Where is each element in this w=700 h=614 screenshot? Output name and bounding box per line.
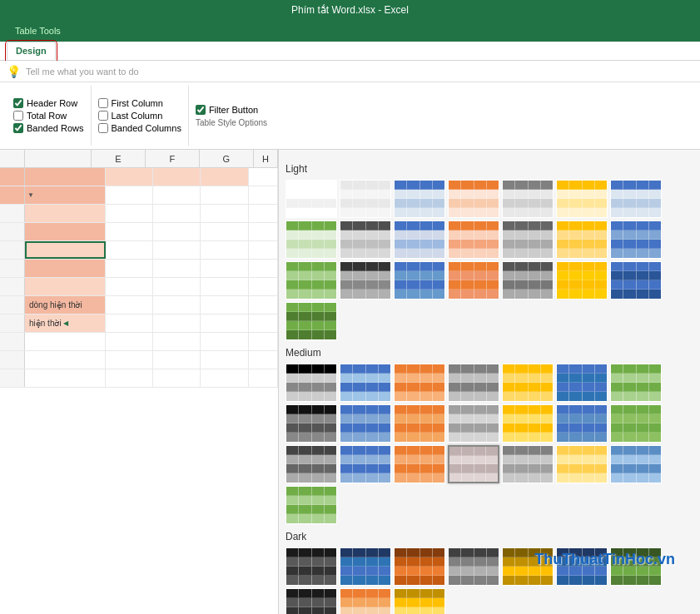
- cell-g1[interactable]: [201, 168, 248, 186]
- table-style-swatch[interactable]: [610, 220, 662, 259]
- table-style-swatch[interactable]: [394, 445, 445, 483]
- cell-g7[interactable]: [201, 278, 248, 295]
- cell-a3[interactable]: [25, 205, 106, 222]
- cell-g11[interactable]: [201, 351, 248, 369]
- last-column-option[interactable]: Last Column: [98, 111, 181, 121]
- cell-a1[interactable]: [25, 168, 106, 186]
- cell-g12[interactable]: [201, 369, 248, 387]
- table-style-swatch[interactable]: [340, 220, 391, 259]
- table-style-swatch[interactable]: [502, 180, 554, 218]
- table-style-swatch[interactable]: [610, 261, 662, 300]
- table-style-swatch[interactable]: [610, 547, 662, 586]
- first-column-option[interactable]: First Column: [98, 98, 181, 108]
- table-style-swatch[interactable]: [448, 445, 499, 483]
- table-style-swatch[interactable]: [285, 261, 337, 300]
- table-style-swatch[interactable]: [448, 220, 499, 259]
- cell-f2[interactable]: [153, 186, 201, 204]
- total-row-option[interactable]: Total Row: [13, 111, 84, 121]
- cell-g4[interactable]: [201, 223, 248, 240]
- tell-me-text[interactable]: Tell me what you want to do: [26, 67, 139, 77]
- table-style-swatch[interactable]: [610, 445, 662, 483]
- cell-g2[interactable]: [201, 186, 248, 204]
- table-style-swatch[interactable]: [285, 588, 337, 614]
- table-style-swatch[interactable]: [556, 445, 608, 483]
- table-style-swatch[interactable]: [610, 404, 662, 443]
- table-style-swatch[interactable]: [610, 364, 662, 402]
- banded-columns-option[interactable]: Banded Columns: [98, 123, 181, 133]
- cell-a9[interactable]: hiện thời ◀: [25, 314, 106, 332]
- cell-h9[interactable]: [249, 314, 278, 332]
- cell-a2[interactable]: ▼: [25, 186, 106, 204]
- cell-e7[interactable]: [106, 278, 153, 295]
- table-style-swatch[interactable]: [285, 486, 337, 524]
- cell-a6[interactable]: [25, 260, 106, 277]
- cell-g10[interactable]: [201, 333, 248, 350]
- table-style-swatch[interactable]: [556, 547, 608, 586]
- cell-e2[interactable]: [106, 186, 153, 204]
- table-style-swatch[interactable]: [285, 302, 337, 340]
- banded-columns-checkbox[interactable]: [98, 123, 108, 133]
- table-style-swatch[interactable]: [340, 364, 391, 402]
- cell-g9[interactable]: [201, 314, 248, 332]
- cell-a10[interactable]: [25, 333, 106, 350]
- table-style-swatch[interactable]: [502, 547, 554, 586]
- cell-f9[interactable]: [153, 314, 201, 332]
- tab-design[interactable]: Design: [7, 42, 56, 60]
- table-style-swatch[interactable]: [285, 547, 337, 586]
- table-style-swatch[interactable]: [394, 404, 445, 443]
- table-style-swatch[interactable]: [556, 364, 608, 402]
- cell-a8[interactable]: dòng hiện thời: [25, 296, 106, 314]
- table-style-swatch[interactable]: [340, 261, 391, 300]
- cell-f8[interactable]: [153, 296, 201, 314]
- table-style-swatch[interactable]: [340, 404, 391, 443]
- table-style-swatch[interactable]: [394, 220, 445, 259]
- table-style-swatch[interactable]: [502, 261, 554, 300]
- table-style-swatch[interactable]: [285, 404, 337, 443]
- cell-f12[interactable]: [153, 369, 201, 387]
- table-style-swatch[interactable]: [285, 220, 337, 259]
- first-column-checkbox[interactable]: [98, 98, 108, 108]
- cell-h3[interactable]: [249, 205, 278, 222]
- table-style-swatch[interactable]: [448, 261, 499, 300]
- banded-rows-option[interactable]: Banded Rows: [13, 123, 84, 133]
- table-style-swatch[interactable]: [502, 364, 554, 402]
- banded-rows-checkbox[interactable]: [13, 123, 23, 133]
- cell-f10[interactable]: [153, 333, 201, 350]
- table-style-swatch[interactable]: [285, 180, 337, 218]
- cell-f7[interactable]: [153, 278, 201, 295]
- total-row-checkbox[interactable]: [13, 111, 23, 121]
- header-row-checkbox[interactable]: [13, 98, 23, 108]
- cell-f11[interactable]: [153, 351, 201, 369]
- cell-e3[interactable]: [106, 205, 153, 222]
- table-style-swatch[interactable]: [340, 445, 391, 483]
- cell-h7[interactable]: [249, 278, 278, 295]
- cell-a12[interactable]: [25, 369, 106, 387]
- cell-h11[interactable]: [249, 351, 278, 369]
- cell-h5[interactable]: [249, 241, 278, 259]
- table-style-swatch[interactable]: [394, 588, 445, 614]
- cell-e5[interactable]: [106, 241, 153, 259]
- filter-button-checkbox[interactable]: [196, 105, 206, 115]
- cell-e4[interactable]: [106, 223, 153, 240]
- table-style-swatch[interactable]: [394, 547, 445, 586]
- cell-g6[interactable]: [201, 260, 248, 277]
- cell-h2[interactable]: [249, 186, 278, 204]
- cell-g8[interactable]: [201, 296, 248, 314]
- cell-e8[interactable]: [106, 296, 153, 314]
- last-column-checkbox[interactable]: [98, 111, 108, 121]
- table-style-swatch[interactable]: [448, 364, 499, 402]
- filter-button-option[interactable]: Filter Button: [196, 105, 267, 115]
- cell-f1[interactable]: [153, 168, 201, 186]
- table-style-swatch[interactable]: [394, 364, 445, 402]
- cell-h4[interactable]: [249, 223, 278, 240]
- cell-a4[interactable]: [25, 223, 106, 240]
- table-style-swatch[interactable]: [556, 180, 608, 218]
- table-style-swatch[interactable]: [340, 547, 391, 586]
- table-style-swatch[interactable]: [340, 588, 391, 614]
- cell-f4[interactable]: [153, 223, 201, 240]
- cell-h1[interactable]: [249, 168, 278, 186]
- table-style-swatch[interactable]: [285, 445, 337, 483]
- table-style-swatch[interactable]: [556, 220, 608, 259]
- table-style-swatch[interactable]: [394, 261, 445, 300]
- table-style-swatch[interactable]: [394, 180, 445, 218]
